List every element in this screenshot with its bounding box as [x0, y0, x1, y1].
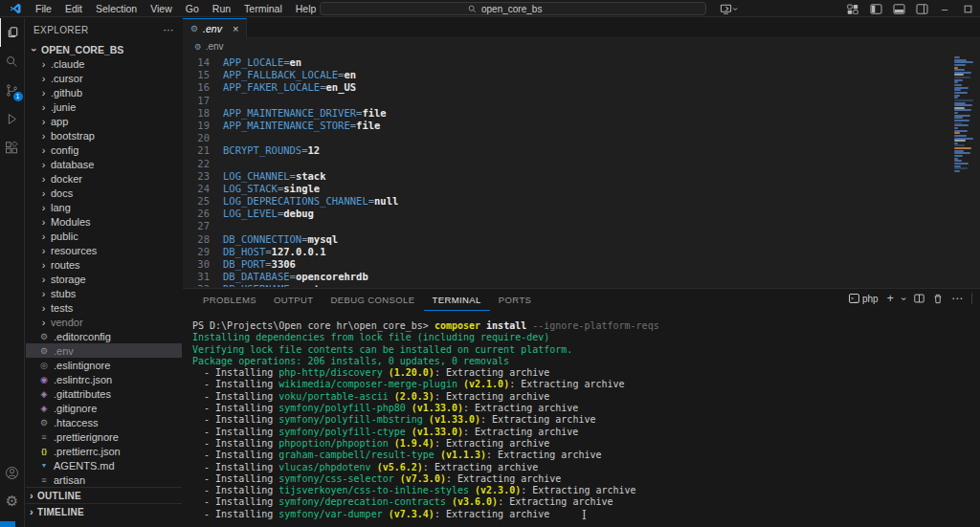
toggle-panel-icon[interactable] — [892, 3, 905, 14]
explorer-icon[interactable] — [0, 18, 25, 47]
tree-file--prettierignore[interactable]: ≡.prettierignore — [26, 429, 182, 444]
env-key: APP_FAKER_LOCALE — [223, 81, 320, 93]
window-minimize-icon[interactable]: – — [938, 3, 951, 14]
run-debug-icon[interactable] — [0, 104, 25, 133]
terminal-output[interactable]: PS D:\Projects\Open core hr\open_core_bs… — [183, 311, 980, 520]
minimap-line — [954, 135, 967, 137]
panel-tab-ports[interactable]: PORTS — [490, 289, 541, 311]
tree-file-artisan[interactable]: ≡artisan — [26, 472, 182, 487]
tree-folder-docs[interactable]: ›docs — [26, 186, 182, 200]
tab-close-icon[interactable]: × — [233, 23, 238, 34]
menu-help[interactable]: Help — [289, 0, 323, 17]
tree-folder-routes[interactable]: ›routes — [26, 257, 182, 272]
env-value: 12 — [308, 144, 321, 156]
minimap[interactable] — [954, 56, 978, 172]
tree-folder-lang[interactable]: ›lang — [26, 200, 182, 214]
panel-tab-terminal[interactable]: TERMINAL — [424, 289, 490, 311]
tree-folder-bootstrap[interactable]: ›bootstrap — [26, 128, 182, 143]
search-icon[interactable] — [0, 47, 25, 76]
new-terminal-icon[interactable]: + — [887, 292, 894, 305]
minimap-line — [954, 155, 963, 157]
env-key: APP_MAINTENANCE_DRIVER — [223, 107, 356, 119]
tree-folder--claude[interactable]: ›.claude — [26, 56, 182, 71]
tree-folder-modules[interactable]: ›Modules — [26, 214, 182, 229]
line-number: 23 — [183, 170, 210, 183]
tree-file--env[interactable]: ⚙.env — [26, 343, 182, 358]
customize-layout-icon[interactable] — [846, 3, 859, 14]
tree-folder-resources[interactable]: ›resources — [26, 243, 182, 257]
tab-env[interactable]: ⚙ .env × — [183, 18, 247, 38]
tree-file--editorconfig[interactable]: ⚙.editorconfig — [26, 329, 182, 343]
panel-tab-problems[interactable]: PROBLEMS — [194, 289, 265, 311]
explorer-more-actions-icon[interactable]: ⋯ — [164, 24, 174, 36]
chevron-right-icon: › — [38, 187, 49, 199]
chevron-right-icon: › — [38, 274, 49, 285]
terminal-dropdown-icon[interactable]: › — [899, 296, 909, 299]
tree-folder-docker[interactable]: ›docker — [26, 171, 182, 186]
chevron-right-icon: › — [38, 130, 49, 142]
section-outline[interactable]: ›OUTLINE — [26, 487, 182, 503]
account-icon[interactable] — [0, 458, 25, 487]
tree-folder-database[interactable]: ›database — [26, 157, 182, 171]
tree-file--htaccess[interactable]: ⚙.htaccess — [26, 415, 182, 429]
minimap-line — [954, 92, 968, 94]
terminal-text: symfony/deprecation-contracts — [278, 496, 446, 507]
terminal-text: : Extracting archive — [446, 473, 561, 484]
env-value: opencorehrdb — [296, 271, 368, 282]
terminal-line: - Installing symfony/deprecation-contrac… — [192, 496, 980, 508]
split-terminal-icon[interactable] — [914, 294, 924, 303]
minimap-line — [954, 69, 965, 71]
menu-terminal[interactable]: Terminal — [237, 0, 289, 17]
tree-folder-app[interactable]: ›app — [26, 114, 182, 128]
tree-file--prettierrc-json[interactable]: {}.prettierrc.json — [26, 444, 182, 458]
toggle-primary-sidebar-icon[interactable] — [869, 3, 882, 14]
panel-tab-output[interactable]: OUTPUT — [265, 289, 322, 311]
code-line: 29DB_HOST=127.0.0.1 — [183, 246, 980, 258]
tree-folder--github[interactable]: ›.github — [26, 85, 182, 99]
tree-folder-vendor[interactable]: ›vendor — [26, 315, 182, 329]
terminal-text: - Installing — [192, 462, 278, 472]
search-input[interactable] — [481, 4, 558, 14]
tree-item-label: config — [51, 144, 78, 156]
toggle-secondary-sidebar-icon[interactable] — [915, 3, 928, 14]
menu-selection[interactable]: Selection — [89, 0, 144, 17]
menu-edit[interactable]: Edit — [58, 0, 89, 17]
tree-folder-tests[interactable]: ›tests — [26, 300, 182, 315]
menu-go[interactable]: Go — [179, 0, 206, 17]
tree-folder-stubs[interactable]: ›stubs — [26, 286, 182, 300]
terminal-profile[interactable]: >_ php — [849, 294, 879, 304]
tree-file--gitattributes[interactable]: ◈.gitattributes — [26, 386, 182, 401]
env-value: mysql — [308, 233, 339, 245]
open-remote-window-action[interactable]: › — [720, 1, 737, 16]
kill-terminal-icon[interactable] — [933, 294, 943, 304]
menu-run[interactable]: Run — [206, 0, 237, 17]
tree-item-label: .htaccess — [54, 417, 98, 428]
window-maximize-icon[interactable] — [961, 3, 974, 14]
menu-file[interactable]: File — [29, 0, 58, 17]
chevron-right-icon: › — [38, 58, 49, 70]
panel-more-actions-icon[interactable]: ⋯ — [951, 292, 963, 305]
tree-file--eslintignore[interactable]: ◎.eslintignore — [26, 358, 182, 372]
tree-file--eslintrc-json[interactable]: ◉.eslintrc.json — [26, 372, 182, 386]
tree-root[interactable]: ›OPEN_CORE_BS — [26, 42, 182, 56]
code-editor[interactable]: 14APP_LOCALE=en15APP_FALLBACK_LOCALE=en1… — [183, 55, 980, 287]
breadcrumb[interactable]: ⚙ .env — [183, 38, 980, 55]
tree-folder-config[interactable]: ›config — [26, 143, 182, 157]
menu-view[interactable]: View — [144, 0, 179, 17]
tree-file--gitignore[interactable]: ◈.gitignore — [26, 401, 182, 415]
tree-folder--cursor[interactable]: ›.cursor — [26, 71, 182, 85]
command-center-search[interactable] — [320, 2, 706, 15]
settings-gear-icon[interactable]: ⚙ — [0, 487, 25, 516]
tree-item-label: .gitattributes — [54, 388, 111, 400]
source-control-icon[interactable]: 1 — [0, 76, 25, 104]
minimap-line — [954, 56, 960, 58]
tree-folder-public[interactable]: ›public — [26, 229, 182, 243]
tree-folder--junie[interactable]: ›.junie — [26, 99, 182, 114]
extensions-icon[interactable] — [0, 133, 25, 162]
tree-folder-storage[interactable]: ›storage — [26, 272, 182, 286]
panel-tab-debug-console[interactable]: DEBUG CONSOLE — [322, 289, 423, 311]
section-timeline[interactable]: ›TIMELINE — [26, 503, 182, 519]
code-line: 27 — [183, 220, 980, 232]
statusbar-remote-indicator[interactable] — [0, 521, 15, 527]
tree-file-agents-md[interactable]: ▼AGENTS.md — [26, 458, 182, 472]
